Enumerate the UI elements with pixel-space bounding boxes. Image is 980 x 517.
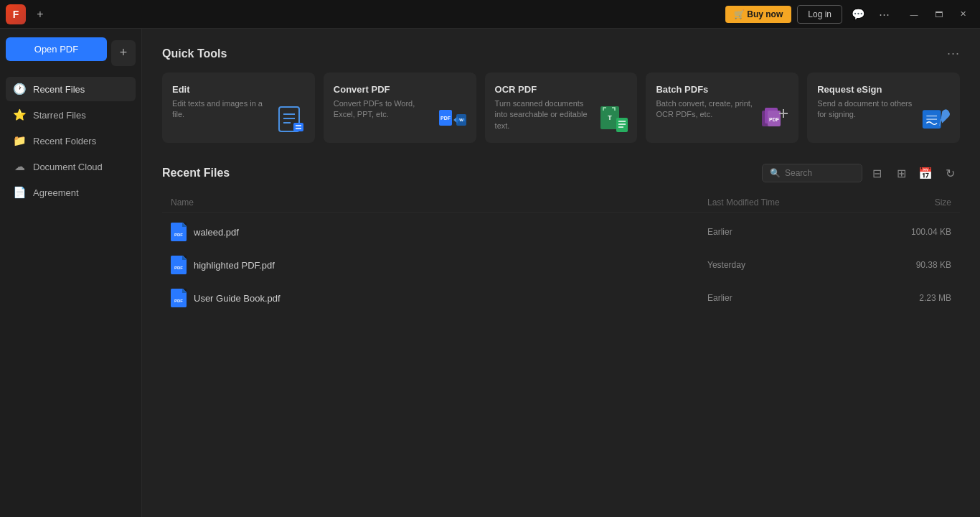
table-row[interactable]: PDF User Guide Book.pdf Earlier 2.23 MB: [162, 281, 960, 315]
tool-ocr-desc: Turn scanned documents into searchable o…: [495, 98, 595, 131]
svg-text:T: T: [608, 114, 613, 121]
svg-text:PDF: PDF: [174, 299, 183, 303]
sidebar-item-agreement[interactable]: 📄 Agreement: [6, 180, 136, 205]
tool-convert-title: Convert PDF: [334, 84, 466, 95]
more-options-button[interactable]: ⋯: [874, 4, 894, 24]
file-name: User Guide Book.pdf: [194, 293, 281, 304]
tool-ocr-icon: T: [598, 104, 630, 136]
file-name: highlighted PDF.pdf: [194, 260, 275, 271]
svg-marker-28: [182, 223, 187, 227]
svg-text:PDF: PDF: [174, 233, 183, 237]
quick-tools-more-button[interactable]: ···: [947, 46, 960, 61]
tool-esign-title: Request eSign: [817, 84, 950, 95]
main-content: Quick Tools ··· Edit Edit texts and imag…: [142, 29, 980, 517]
search-box[interactable]: 🔍: [762, 164, 862, 182]
open-pdf-button[interactable]: Open PDF: [6, 37, 107, 61]
list-view-button[interactable]: ⊟: [867, 163, 887, 183]
sidebar-open-row: Open PDF +: [6, 37, 136, 68]
tool-batch-pdfs[interactable]: Batch PDFs Batch convert, create, print,…: [646, 73, 798, 143]
files-table: Name Last Modified Time Size PDF waleed.…: [162, 193, 960, 315]
file-size: 2.23 MB: [851, 293, 951, 303]
svg-rect-4: [293, 123, 303, 131]
sidebar-item-document-cloud[interactable]: ☁ Document Cloud: [6, 154, 136, 179]
recent-files-section-title: Recent Files: [162, 167, 230, 180]
view-controls: 🔍 ⊟ ⊞ 📅 ↻: [762, 163, 960, 183]
sidebar-item-label: Recent Folders: [33, 136, 96, 146]
svg-text:PDF: PDF: [174, 266, 183, 270]
minimize-button[interactable]: —: [903, 4, 925, 24]
file-name-cell: PDF User Guide Book.pdf: [171, 289, 707, 307]
tool-batch-desc: Batch convert, create, print, OCR PDFs, …: [656, 98, 755, 121]
file-icon: PDF: [171, 256, 187, 274]
svg-rect-33: [171, 289, 187, 307]
tool-batch-title: Batch PDFs: [656, 84, 788, 95]
svg-marker-31: [182, 256, 187, 260]
tool-edit-icon: [276, 104, 308, 136]
tool-esign-desc: Send a document to others for signing.: [817, 98, 917, 121]
file-name-cell: PDF waleed.pdf: [171, 223, 707, 241]
tool-batch-icon: PDF: [760, 104, 791, 136]
app-logo: F: [6, 4, 26, 24]
file-name-cell: PDF highlighted PDF.pdf: [171, 256, 707, 274]
tool-esign-icon: [921, 104, 953, 136]
file-modified: Earlier: [707, 293, 851, 303]
file-icon: PDF: [171, 223, 187, 241]
sidebar-item-recent-files[interactable]: 🕐 Recent Files: [6, 77, 136, 101]
table-row[interactable]: PDF highlighted PDF.pdf Yesterday 90.38 …: [162, 248, 960, 281]
tool-convert-icon: PDF W: [438, 104, 469, 136]
document-cloud-icon: ☁: [13, 160, 26, 173]
recent-files-header: Recent Files 🔍 ⊟ ⊞ 📅 ↻: [162, 163, 960, 183]
svg-text:W: W: [459, 118, 463, 122]
svg-rect-30: [171, 256, 187, 274]
tool-ocr-pdf[interactable]: OCR PDF Turn scanned documents into sear…: [485, 73, 638, 143]
open-pdf-label: Open PDF: [34, 44, 78, 55]
file-size: 90.38 KB: [851, 260, 951, 270]
svg-rect-13: [616, 118, 628, 132]
quick-tools-grid: Edit Edit texts and images in a file.: [162, 73, 960, 143]
window-controls: — 🗖 ✕: [903, 4, 974, 24]
search-icon: 🔍: [770, 168, 781, 178]
sidebar-item-label: Starred Files: [33, 110, 86, 121]
recent-files-icon: 🕐: [13, 83, 26, 96]
tool-request-esign[interactable]: Request eSign Send a document to others …: [807, 73, 960, 143]
calendar-view-button[interactable]: 📅: [915, 163, 936, 183]
tool-edit[interactable]: Edit Edit texts and images in a file.: [162, 73, 315, 143]
files-table-header: Name Last Modified Time Size: [162, 193, 960, 213]
table-row[interactable]: PDF waleed.pdf Earlier 100.04 KB: [162, 215, 960, 248]
close-button[interactable]: ✕: [951, 4, 974, 24]
sidebar-item-label: Recent Files: [33, 84, 85, 95]
refresh-button[interactable]: ↻: [940, 163, 960, 183]
chat-button[interactable]: 💬: [848, 4, 868, 24]
buy-now-button[interactable]: 🛒 Buy now: [725, 6, 791, 23]
quick-tools-section-title: Quick Tools ···: [162, 46, 960, 61]
tool-convert-desc: Convert PDFs to Word, Excel, PPT, etc.: [334, 98, 433, 121]
maximize-button[interactable]: 🗖: [927, 4, 950, 24]
sidebar: Open PDF + 🕐 Recent Files ⭐ Starred File…: [0, 29, 142, 517]
sidebar-item-label: Agreement: [33, 187, 79, 198]
titlebar-actions: 🛒 Buy now Log in 💬 ⋯ — 🗖 ✕: [725, 4, 974, 24]
tool-edit-title: Edit: [172, 84, 305, 95]
sidebar-item-starred-files[interactable]: ⭐ Starred Files: [6, 103, 136, 127]
col-modified: Last Modified Time: [707, 197, 851, 208]
grid-view-button[interactable]: ⊞: [891, 163, 911, 183]
add-button[interactable]: +: [111, 40, 136, 66]
app-body: Open PDF + 🕐 Recent Files ⭐ Starred File…: [0, 29, 980, 517]
search-input[interactable]: [785, 168, 854, 178]
file-modified: Earlier: [707, 227, 851, 237]
col-name: Name: [171, 197, 707, 208]
login-button[interactable]: Log in: [797, 5, 842, 24]
svg-text:PDF: PDF: [769, 117, 780, 122]
tool-convert-pdf[interactable]: Convert PDF Convert PDFs to Word, Excel,…: [324, 73, 476, 143]
col-size: Size: [851, 197, 951, 208]
tool-edit-desc: Edit texts and images in a file.: [172, 98, 272, 121]
file-icon: PDF: [171, 289, 187, 307]
new-tab-button[interactable]: +: [32, 6, 49, 23]
sidebar-item-label: Document Cloud: [33, 162, 103, 172]
quick-tools-label: Quick Tools: [162, 47, 227, 60]
starred-files-icon: ⭐: [13, 108, 26, 121]
svg-text:PDF: PDF: [440, 116, 451, 121]
sidebar-item-recent-folders[interactable]: 📁 Recent Folders: [6, 129, 136, 153]
tool-ocr-title: OCR PDF: [495, 84, 628, 95]
recent-folders-icon: 📁: [13, 134, 26, 147]
agreement-icon: 📄: [13, 186, 26, 199]
